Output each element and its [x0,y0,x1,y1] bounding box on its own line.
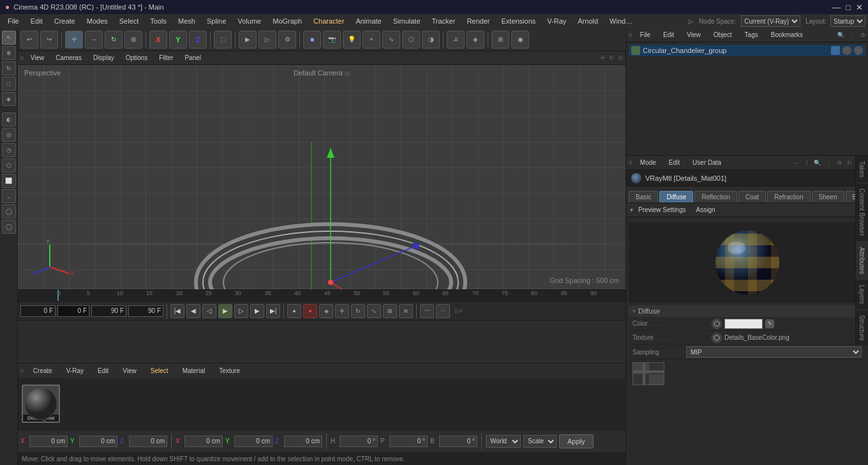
null-button[interactable]: + [363,31,380,49]
vp-menu-view[interactable]: View [26,53,50,63]
mat-view[interactable]: View [117,366,142,376]
obj-menu-icon[interactable]: ≡ [629,31,632,38]
timeline-ruler[interactable]: 0 5 10 15 20 25 30 35 40 45 50 55 60 65 [18,290,625,301]
tab-diffuse[interactable]: Diffuse [659,191,693,202]
menu-tracker[interactable]: Tracker [427,16,461,26]
y-axis-button[interactable]: Y [169,31,187,49]
keyframe-record-button[interactable]: ● [303,304,317,318]
keyframe-auto-button[interactable]: ◈ [319,304,333,318]
frame-start-input[interactable] [20,305,56,317]
vp-menu-panel[interactable]: Panel [179,53,206,63]
frame-end2-input[interactable] [128,305,163,317]
obj-sel-button[interactable]: ⬚ [214,31,232,49]
tool-sculpt[interactable]: ◯ [2,220,16,234]
next-frame-button[interactable]: ▶ [250,304,264,318]
tab-takes[interactable]: Takes [856,156,868,183]
object-visibility-dot[interactable] [842,46,851,55]
vp-menu-display[interactable]: Display [88,53,119,63]
obj-search-icon[interactable]: 🔍 [837,32,844,38]
coord-space-select[interactable]: World Object [486,435,521,448]
menu-simulate[interactable]: Simulate [388,16,426,26]
tool-uv[interactable]: ◎ [2,128,16,142]
vp-nav-zoom[interactable]: ⊙ [618,54,623,61]
tab-reflection[interactable]: Reflection [694,191,737,202]
menu-file[interactable]: File [3,16,24,26]
pos-x-input[interactable] [29,436,68,447]
menu-extensions[interactable]: Extensions [496,16,541,26]
pos-z-input[interactable] [129,436,167,447]
cube-button[interactable]: ■ [303,31,321,49]
tool-paint[interactable]: ◷ [2,143,16,157]
camera-button[interactable]: 📷 [323,31,341,49]
mat-menu-icon[interactable]: ≡ [20,367,24,374]
menu-volume[interactable]: Volume [233,16,267,26]
close-button[interactable]: ✕ [856,3,863,12]
maximize-button[interactable]: □ [846,3,851,12]
rot-x-input[interactable] [184,436,223,447]
attr-nav-back[interactable]: ← [792,158,800,167]
rotate-tool-button[interactable]: ↻ [105,31,123,49]
pos-y-input[interactable] [79,436,117,447]
mat-select[interactable]: Select [146,366,174,376]
tool-polygon[interactable]: ⬡ [2,158,16,172]
minimize-button[interactable]: — [832,3,841,12]
menu-vray[interactable]: V-Ray [542,16,571,26]
timeline-body[interactable] [18,321,625,363]
menu-edit[interactable]: Edit [26,16,48,26]
sampling-select[interactable]: MIP None Summed [686,346,862,358]
rot-z-input[interactable] [284,436,322,447]
attr-menu-edit[interactable]: Edit [664,158,685,167]
rot-y-input[interactable] [234,436,273,447]
obj-menu-view[interactable]: View [682,30,706,40]
obj-menu-object[interactable]: Object [708,30,737,40]
attr-search-icon[interactable]: 🔍 [814,160,821,166]
tab-attributes[interactable]: Attributes [856,242,868,280]
redo-button[interactable]: ↪ [40,31,58,49]
tab-content-browser[interactable]: Content Browser [856,183,868,241]
menu-select[interactable]: Select [114,16,144,26]
tool-rotate[interactable]: ↻ [2,61,16,75]
tab-coat[interactable]: Coat [738,191,766,202]
render-view-button[interactable]: ◉ [511,31,529,49]
render-settings-button[interactable]: ⚙ [278,31,296,49]
mat-texture[interactable]: Texture [214,366,245,376]
object-render-dot[interactable] [854,46,863,55]
menu-animate[interactable]: Animate [350,16,386,26]
layout-select[interactable]: Startup [830,15,865,27]
attr-menu-icon[interactable]: ≡ [629,159,632,166]
diffuse-section-header[interactable]: ▾ Diffuse [629,305,865,317]
menu-wind[interactable]: Wind… [604,16,638,26]
menu-modes[interactable]: Modes [82,16,113,26]
titlebar-controls[interactable]: — □ ✕ [832,3,863,12]
tool-select[interactable]: □ [2,77,16,91]
play-render-button[interactable]: ▶ [239,31,257,49]
tab-sheen[interactable]: Sheen [812,191,844,202]
tool-soft[interactable]: ◯ [2,204,16,218]
frame-end-input[interactable] [91,305,126,317]
b-input[interactable] [439,436,477,447]
light-button[interactable]: 💡 [343,31,361,49]
tool-scale[interactable]: ⊕ [2,46,16,60]
tab-layers[interactable]: Layers [856,280,868,310]
viewport[interactable]: Perspective Default Camera ⊙ [18,65,625,289]
tool-box[interactable]: ⬜ [2,174,16,188]
menu-arnold[interactable]: Arnold [572,16,603,26]
prev-key-button[interactable]: ◁ [202,304,216,318]
frame-current-input[interactable] [57,305,89,317]
assign-button[interactable]: Assign [691,205,720,215]
menu-tools[interactable]: Tools [145,16,172,26]
color-swatch[interactable] [724,319,763,329]
attr-filter-icon[interactable]: ⋮ [826,160,832,166]
attr-settings-icon[interactable]: ⚙ [837,160,842,166]
texture-channel-icon[interactable] [712,333,722,343]
x-axis-button[interactable]: X [149,31,167,49]
menu-spline[interactable]: Spline [202,16,232,26]
transform-tool-button[interactable]: ⊞ [124,31,142,49]
motion-play-button[interactable]: ⋯ [436,304,450,318]
color-channel-icon[interactable] [712,319,722,329]
spline-button[interactable]: ∿ [382,31,400,49]
menu-render[interactable]: Render [461,16,495,26]
keyframe-param-button[interactable]: ⊞ [383,304,397,318]
vp-nav-rotate[interactable]: ↻ [609,54,614,61]
node-space-select[interactable]: Current (V-Ray) [741,15,800,27]
